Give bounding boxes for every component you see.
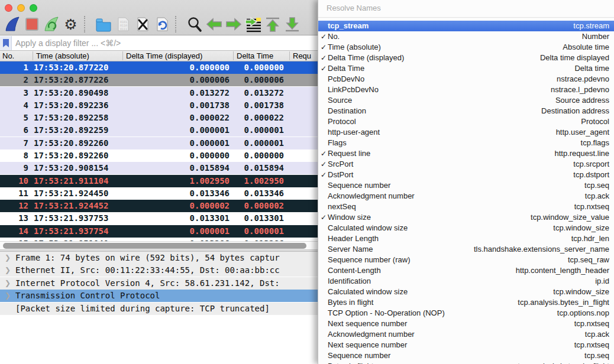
menu-item-destination[interactable]: DestinationDestination address	[318, 106, 614, 116]
menu-item-content-length[interactable]: Content-Lengthhttp.content_length_header	[318, 265, 614, 276]
packet-cell: 0.000022	[195, 112, 284, 124]
filter-bookmark-icon[interactable]	[0, 36, 12, 50]
menu-item-label: Time (absolute)	[328, 42, 381, 53]
expand-chevron-icon[interactable]: ❯	[5, 290, 11, 302]
column-header-delta[interactable]: Delta Time	[237, 51, 273, 60]
menu-item-field: tcp.seq	[584, 350, 609, 361]
menu-item-linkpcbdevno[interactable]: LinkPcbDevNonstrace.l_pdevno	[318, 84, 614, 95]
menu-item-acknowledgment-number[interactable]: Acknowledgment numbertcp.ack	[318, 191, 614, 202]
stop-capture-icon[interactable]	[22, 15, 41, 33]
menu-item-field: tcp.window_size	[553, 287, 609, 297]
menu-item-http-user-agent[interactable]: http-user-agenthttp.user_agent	[318, 127, 614, 138]
menu-item-field: nstrace.l_pdevno	[551, 84, 609, 95]
menu-item-identification[interactable]: Identificationip.id	[318, 276, 614, 287]
column-resize-handle[interactable]	[233, 51, 234, 60]
menu-item-header-length[interactable]: Header Lengthtcp.hdr_len	[318, 233, 614, 244]
toolbar-separator	[84, 16, 91, 32]
menu-item-label: SrcPort	[328, 159, 353, 170]
packet-cell: 11	[0, 187, 28, 200]
minimize-window-button[interactable]	[17, 4, 25, 12]
next-packet-icon[interactable]	[224, 15, 243, 33]
packet-cell: 0.013301	[195, 212, 284, 225]
menu-item-protocol[interactable]: ProtocolProtocol	[318, 116, 614, 127]
menu-item-tcp-option-no-operation-nop-[interactable]: TCP Option - No-Operation (NOP)tcp.optio…	[318, 308, 614, 318]
expand-chevron-icon[interactable]: ❯	[5, 277, 11, 290]
menu-item-nextseq[interactable]: nextSeqtcp.nxtseq	[318, 202, 614, 212]
column-resize-handle[interactable]	[289, 51, 290, 60]
menu-item-label: Request line	[328, 148, 370, 159]
menu-item-pcbdevno[interactable]: PcbDevNonstrace.pdevno	[318, 74, 614, 84]
menu-item-next-sequence-number[interactable]: Next sequence numbertcp.nxtseq	[318, 318, 614, 329]
menu-item-calculated-window-size[interactable]: Calculated window sizetcp.window_size	[318, 223, 614, 233]
expand-chevron-icon[interactable]: ❯	[5, 264, 11, 277]
last-packet-icon[interactable]	[282, 15, 302, 33]
column-header-request[interactable]: Requ	[293, 51, 311, 60]
column-resize-handle[interactable]	[122, 51, 123, 60]
column-header-no[interactable]: No.	[2, 51, 14, 60]
close-window-button[interactable]	[5, 4, 12, 12]
close-file-icon[interactable]	[133, 15, 152, 33]
open-file-icon[interactable]	[93, 15, 113, 33]
scrollbar-thumb[interactable]	[3, 243, 306, 249]
detail-text: Internet Protocol Version 4, Src: 58.61.…	[15, 277, 280, 290]
menu-item-field: tcp.stream	[573, 21, 609, 31]
packet-cell: 17:53:21.937754	[34, 225, 108, 238]
menu-item-label: Delta Time	[328, 63, 364, 74]
menu-item-flags[interactable]: Flagstcp.flags	[318, 138, 614, 148]
menu-item-source[interactable]: SourceSource address	[318, 95, 614, 106]
find-packet-icon[interactable]	[185, 15, 204, 33]
detail-text: Transmission Control Protocol	[15, 290, 160, 302]
menu-item-server-name[interactable]: Server Nametls.handshake.extensions_serv…	[318, 244, 614, 255]
menu-item-sequence-number[interactable]: Sequence numbertcp.seq	[318, 180, 614, 191]
menu-item-acknowledgment-number[interactable]: Acknowledgment numbertcp.ack	[318, 329, 614, 340]
toolbar-separator	[175, 16, 182, 32]
menu-item-label: Identification	[328, 276, 371, 287]
packet-cell: 0.000001	[195, 124, 284, 136]
expand-chevron-icon[interactable]: ❯	[5, 252, 11, 264]
zoom-window-button[interactable]	[30, 4, 37, 12]
menu-item-field: ip.id	[595, 276, 609, 287]
menu-item-field: tcp.options.nop	[557, 308, 609, 318]
menu-item-label: Sequence number (raw)	[328, 255, 410, 265]
menu-item-bytes-in-flight[interactable]: Bytes in flighttcp.analysis.bytes_in_fli…	[318, 297, 614, 308]
menu-item-sequence-number-raw-[interactable]: Sequence number (raw)tcp.seq_raw	[318, 255, 614, 265]
packet-cell: 10	[0, 175, 28, 187]
menu-item-label: Delta Time (displayed)	[328, 53, 404, 63]
packet-cell: 0.013346	[195, 187, 284, 200]
packet-cell: 17:53:20.908154	[34, 162, 108, 174]
menu-item-delta-time-displayed-[interactable]: ✓Delta Time (displayed)Delta time displa…	[318, 53, 614, 63]
menu-item-label: Next sequence number	[328, 318, 407, 329]
menu-item-window-size[interactable]: ✓Window sizetcp.window_size_value	[318, 212, 614, 223]
column-header-delta-displayed[interactable]: Delta Time (displayed)	[126, 51, 202, 60]
menu-item-field: Source address	[555, 95, 609, 106]
menu-item-label: LinkPcbDevNo	[328, 84, 379, 95]
menu-item-no-[interactable]: ✓No.Number	[318, 31, 614, 42]
traffic-lights	[5, 4, 37, 12]
previous-packet-icon[interactable]	[204, 15, 224, 33]
menu-item-field: tcp.nxtseq	[574, 202, 609, 212]
menu-item-field: tcp.ack	[585, 329, 609, 340]
menu-item-time-absolute-[interactable]: ✓Time (absolute)Absolute time	[318, 42, 614, 53]
restart-capture-icon[interactable]	[41, 15, 61, 33]
filter-placeholder: Apply a display filter ... <⌘/>	[12, 38, 121, 48]
menu-item-sequence-number[interactable]: Sequence numbertcp.seq	[318, 350, 614, 361]
menu-item-bytes-in-flight[interactable]: Bytes in flighttcp.analysis.bytes_in_fli…	[318, 361, 614, 364]
menu-item-srcport[interactable]: ✓SrcPorttcp.srcport	[318, 159, 614, 170]
menu-item-dstport[interactable]: ✓DstPorttcp.dstport	[318, 170, 614, 180]
first-packet-icon[interactable]	[263, 15, 282, 33]
save-file-icon[interactable]: 010101100111	[113, 15, 133, 33]
column-resize-handle[interactable]	[33, 51, 33, 60]
go-to-packet-icon[interactable]	[243, 15, 263, 33]
menu-item-label: Server Name	[328, 244, 373, 255]
capture-options-icon[interactable]: ⚙	[61, 15, 80, 33]
reload-file-icon[interactable]	[152, 15, 172, 33]
menu-item-delta-time[interactable]: ✓Delta TimeDelta time	[318, 63, 614, 74]
menu-item-tcp-stream[interactable]: tcp_streamtcp.stream	[318, 21, 614, 31]
start-capture-icon[interactable]	[2, 15, 22, 33]
menu-item-request-line[interactable]: ✓Request linehttp.request.line	[318, 148, 614, 159]
checkmark-icon: ✓	[320, 159, 327, 170]
menu-item-calculated-window-size[interactable]: Calculated window sizetcp.window_size	[318, 287, 614, 297]
column-header-time[interactable]: Time (absolute)	[36, 51, 89, 60]
packet-cell: 9	[0, 162, 28, 174]
menu-item-next-sequence-number[interactable]: Next sequence numbertcp.nxtseq	[318, 340, 614, 350]
